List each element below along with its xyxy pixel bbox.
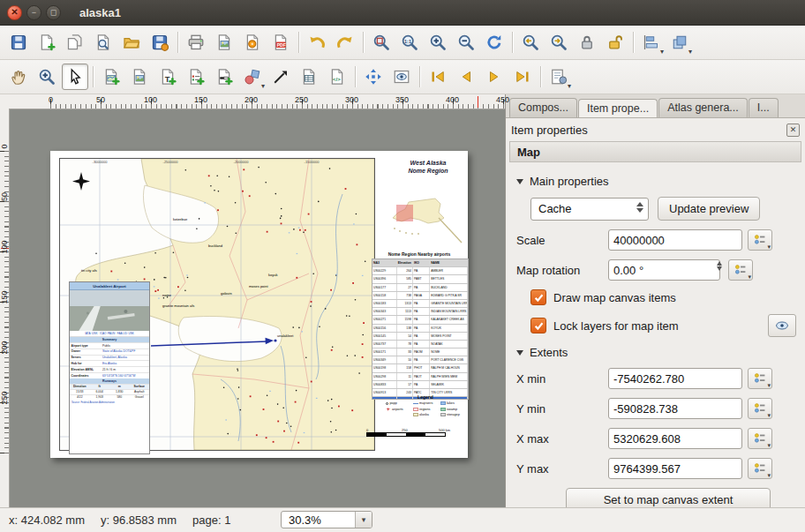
zoom-actual-size-button[interactable]: 1:1 [396, 29, 423, 56]
atlas-settings-button[interactable]: ▾ [545, 64, 572, 90]
undo-button[interactable] [304, 29, 330, 56]
add-new-label-button[interactable]: T [154, 64, 181, 90]
page-pdf-icon: PDF [272, 34, 290, 51]
tab-compos[interactable]: Compos... [509, 98, 577, 117]
composer-overview-map[interactable] [386, 191, 463, 250]
x-max-input[interactable] [608, 428, 742, 449]
titlebar[interactable]: ✕ − ◻ alaska1 [0, 0, 805, 26]
add-image-button[interactable] [126, 64, 153, 90]
zoom-level-combobox[interactable]: 30.3% ▾ [281, 511, 372, 528]
redo-icon [336, 34, 354, 51]
raise-selected-items-button[interactable]: ▾ [666, 29, 693, 56]
scale-input[interactable] [608, 229, 742, 251]
preview-atlas-button[interactable] [388, 64, 415, 90]
composer-legend-item[interactable]: Legend poppairportsmajriversregionsalask… [386, 394, 465, 428]
hruler-label: 150 [194, 95, 207, 104]
storage-symbol-icon [440, 413, 446, 416]
composer-scalebar-item[interactable]: 0 250 500 km [366, 428, 455, 437]
set-to-map-canvas-extent-button[interactable]: Set to map canvas extent [566, 488, 771, 507]
close-panel-icon[interactable]: ✕ [786, 124, 800, 137]
composer-manager-button[interactable] [90, 29, 117, 56]
save-project-button[interactable] [5, 29, 32, 56]
composition-canvas[interactable]: -3000000-2500000-2000000-1500000kotzebue… [9, 109, 505, 507]
collapse-arrow-icon [516, 179, 523, 184]
window-maximize-button[interactable]: ◻ [46, 5, 61, 20]
window-close-button[interactable]: ✕ [7, 5, 22, 20]
add-new-map-button[interactable] [98, 64, 124, 90]
export-as-pdf-button[interactable]: PDF [267, 29, 294, 56]
add-new-scalebar-button[interactable] [211, 64, 237, 90]
lock-selected-items-button[interactable] [574, 29, 600, 56]
composer-attribute-table-item[interactable]: NA3ElevationIKONAMEUS00229264PAAMBLERUS0… [372, 259, 469, 400]
cache-mode-select[interactable]: Cache [530, 198, 649, 221]
add-basic-shape-button[interactable]: ▾ [239, 64, 266, 90]
data-defined-scale-button[interactable]: ▾ [748, 229, 772, 251]
select-move-item-button[interactable] [62, 64, 88, 90]
load-from-template-button[interactable] [118, 29, 145, 56]
add-attribute-table-button[interactable] [296, 64, 322, 90]
export-as-image-button[interactable] [211, 29, 237, 56]
zoom-out-button[interactable] [453, 29, 479, 56]
legend-item: alaska [413, 412, 438, 418]
lock-layers-checkbox[interactable] [530, 318, 546, 333]
airports-table-title: Nome Region Nearby airports [372, 251, 467, 257]
svg-text:golovin: golovin [221, 291, 232, 296]
y-max-input[interactable] [608, 458, 742, 479]
move-item-content-button[interactable] [360, 64, 387, 90]
unlock-all-items-button[interactable] [602, 29, 628, 56]
x-min-input[interactable] [608, 368, 742, 389]
save-as-template-button[interactable] [147, 29, 173, 56]
runway-row: 15/336,0041,830Asphalt [70, 389, 149, 394]
zoom-tool-button[interactable] [34, 64, 60, 90]
align-items-button[interactable]: ▾ [638, 29, 665, 56]
tab-itemprope[interactable]: Item prope... [578, 99, 658, 118]
pan-button[interactable] [5, 64, 32, 90]
hand-icon [10, 68, 27, 86]
atlas-first-feature-button[interactable] [425, 64, 451, 90]
atlas-previous-feature-button[interactable] [453, 64, 479, 90]
map-rotation-spinbox[interactable] [608, 259, 720, 281]
zoom-full-button[interactable] [368, 29, 395, 56]
y-min-input[interactable] [608, 398, 742, 419]
extent-highlight [396, 205, 413, 221]
spinbox-arrows-icon[interactable] [717, 261, 722, 271]
data-defined-rotation-button[interactable]: ▾ [728, 259, 753, 281]
composer-html-item-airport-infobox[interactable]: Unalakleet Airport IATA: UNK · ICAO: PAU… [69, 281, 150, 454]
redo-button[interactable] [332, 29, 358, 56]
composition-page[interactable]: -3000000-2500000-2000000-1500000kotzebue… [50, 151, 468, 458]
cursor-position-marker [478, 96, 478, 108]
add-arrow-button[interactable] [267, 64, 294, 90]
airports-table-header: NA3ElevationIKONAME [372, 259, 468, 267]
section-main-properties[interactable]: Main properties [516, 175, 796, 188]
y-max-label: Y max [516, 462, 608, 476]
page-copy-icon [66, 34, 84, 51]
tab-i[interactable]: I... [749, 98, 779, 117]
add-html-frame-button[interactable]: </> [324, 64, 350, 90]
zoom-previous-button[interactable] [517, 29, 544, 56]
data-defined-x-max-button[interactable]: ▾ [748, 428, 772, 449]
airport-row: US0014514PAMOSES POINT [372, 333, 468, 341]
tab-atlasgenera[interactable]: Atlas genera... [658, 98, 748, 117]
zoom-next-button[interactable] [545, 29, 572, 56]
add-new-legend-button[interactable] [183, 64, 209, 90]
section-extents[interactable]: Extents [516, 346, 796, 359]
update-preview-button[interactable]: Update preview [658, 197, 760, 221]
data-defined-x-min-button[interactable]: ▾ [748, 368, 772, 389]
duplicate-composition-button[interactable] [62, 29, 88, 56]
draw-map-canvas-items-checkbox[interactable] [530, 289, 546, 305]
data-defined-y-max-button[interactable]: ▾ [748, 458, 772, 479]
data-defined-y-min-button[interactable]: ▾ [748, 398, 772, 419]
zoom-dropdown-arrow-icon[interactable]: ▾ [355, 512, 372, 528]
zoom-in-button[interactable] [425, 29, 451, 56]
layer-visibility-button[interactable] [768, 314, 796, 337]
print-button[interactable] [183, 29, 209, 56]
toolbar-separator [512, 32, 513, 53]
atlas-last-feature-button[interactable] [509, 64, 536, 90]
refresh-view-button[interactable] [481, 29, 508, 56]
airport-row: US0083317PASELAWIK [372, 381, 468, 389]
atlas-next-feature-button[interactable] [481, 64, 508, 90]
export-as-svg-button[interactable] [239, 29, 266, 56]
new-composition-button[interactable] [34, 29, 60, 56]
window-minimize-button[interactable]: − [26, 5, 41, 20]
composer-label-title[interactable]: West Alaska Nome Region [393, 160, 463, 176]
